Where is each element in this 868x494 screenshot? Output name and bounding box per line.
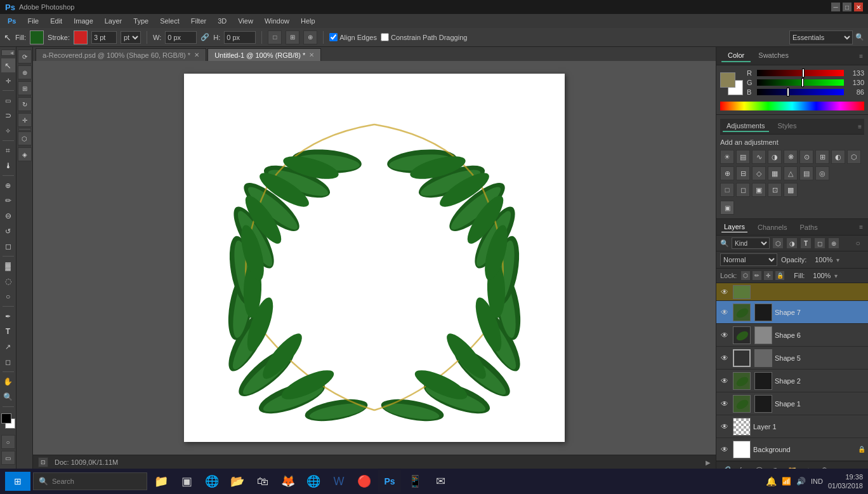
layer-item-shape7[interactable]: 👁 Shape 7 <box>716 301 868 324</box>
canvas-info-icon[interactable]: ⊡ <box>38 457 48 467</box>
3d-scale-icon[interactable]: ⊞ <box>18 81 32 95</box>
layer-item-top[interactable]: 👁 <box>716 283 868 301</box>
path-select-tool[interactable]: ↗ <box>1 340 15 354</box>
tab-paths[interactable]: Paths <box>798 222 820 232</box>
text-tool[interactable]: T <box>1 324 15 338</box>
layer-vis-shape2[interactable]: 👁 <box>719 375 730 387</box>
hsl-adj-icon[interactable]: ⊙ <box>799 150 813 164</box>
color-spectrum[interactable] <box>720 102 864 110</box>
minimize-button[interactable]: ─ <box>831 3 840 11</box>
taskbar-search[interactable]: 🔍 Search <box>33 472 147 490</box>
3d-rotate-icon[interactable]: ⟳ <box>18 50 32 63</box>
r-slider[interactable] <box>757 70 844 76</box>
exposure-adj-icon[interactable]: ◑ <box>768 150 782 164</box>
layer-vis-shape7[interactable]: 👁 <box>719 307 730 318</box>
stamp-tool[interactable]: ⊖ <box>1 209 15 223</box>
tool7-icon[interactable]: ◈ <box>18 147 32 161</box>
taskbar-edge[interactable]: 🌐 <box>201 470 223 493</box>
healing-tool[interactable]: ⊕ <box>1 178 15 192</box>
lock-position-icon[interactable]: ✏ <box>752 270 762 281</box>
blend-mode-select[interactable]: Normal <box>720 253 777 266</box>
layer-item-shape5[interactable]: 👁 Shape 5 <box>716 347 868 370</box>
toolbar-collapse[interactable]: ◄ <box>1 50 15 56</box>
taskbar-photoshop[interactable]: Ps <box>378 470 401 493</box>
screen-mode-icon[interactable]: ▭ <box>1 451 15 465</box>
eraser-tool[interactable]: ◻ <box>1 239 15 253</box>
align-edges-checkbox[interactable]: Align Edges <box>329 33 377 41</box>
menu-select[interactable]: Select <box>155 16 185 26</box>
layer-vis-shape1[interactable]: 👁 <box>719 398 730 410</box>
taskbar-store[interactable]: 🛍 <box>251 470 274 493</box>
selective-color-adj-icon[interactable]: ◎ <box>815 166 829 180</box>
history-brush-tool[interactable]: ↺ <box>1 224 15 238</box>
taskbar-volume-icon[interactable]: 🔊 <box>796 477 806 486</box>
tab-untitled[interactable]: Untitled-1 @ 100% (RGB/8) * ✕ <box>207 48 321 61</box>
brush-tool[interactable]: ✏ <box>1 194 15 208</box>
photo-filter-adj-icon[interactable]: ⬡ <box>847 150 861 164</box>
tab-layers[interactable]: Layers <box>721 222 747 232</box>
tab-channels[interactable]: Channels <box>755 222 789 232</box>
eyedropper-tool[interactable]: 🌡 <box>1 159 15 173</box>
bw-adj-icon[interactable]: ◐ <box>831 150 845 164</box>
adj-icon-10[interactable]: □ <box>720 183 734 197</box>
filter-shape-btn[interactable]: ◻ <box>814 237 825 249</box>
gradient-tool[interactable]: ▓ <box>1 259 15 273</box>
menu-type[interactable]: Type <box>128 16 154 26</box>
adj-icon-14[interactable]: ▩ <box>784 183 798 197</box>
layer-item-layer1[interactable]: 👁 Layer 1 <box>716 415 868 438</box>
menu-view[interactable]: View <box>233 16 258 26</box>
taskbar-notification-icon[interactable]: 🔔 <box>766 476 777 486</box>
hand-tool[interactable]: ✋ <box>1 375 15 389</box>
shape-tool[interactable]: ◻ <box>1 355 15 369</box>
brightness-adj-icon[interactable]: ☀ <box>720 150 734 164</box>
layer-vis-layer1[interactable]: 👁 <box>719 421 730 432</box>
b-slider[interactable] <box>757 89 844 95</box>
tab-color[interactable]: Color <box>721 50 751 62</box>
adj-icon-11[interactable]: ◻ <box>736 183 750 197</box>
fill-color[interactable] <box>30 30 44 44</box>
layer-item-shape6[interactable]: 👁 Shape 6 <box>716 324 868 347</box>
menu-image[interactable]: Image <box>69 16 98 26</box>
marquee-tool[interactable]: ▭ <box>1 93 15 107</box>
taskbar-app3[interactable]: ✉ <box>429 470 452 493</box>
color-balance-adj-icon[interactable]: ⊞ <box>815 150 829 164</box>
tool6-icon[interactable]: ⬡ <box>18 131 32 145</box>
tab-swatches[interactable]: Swatches <box>752 50 795 62</box>
menu-help[interactable]: Help <box>296 16 320 26</box>
posterize-adj-icon[interactable]: ▦ <box>768 166 782 180</box>
magic-wand-tool[interactable]: ✧ <box>1 124 15 138</box>
filter-pixel-btn[interactable]: ⬡ <box>772 237 784 249</box>
color-lookup-adj-icon[interactable]: ⊟ <box>736 166 750 180</box>
layer-item-shape2[interactable]: 👁 Shape 2 <box>716 370 868 392</box>
select-tool[interactable]: ↖ <box>1 58 15 72</box>
tab-styles[interactable]: Styles <box>774 121 801 132</box>
layer-vis-shape6[interactable]: 👁 <box>719 330 730 341</box>
invert-adj-icon[interactable]: ◇ <box>752 166 766 180</box>
levels-adj-icon[interactable]: ▤ <box>736 150 750 164</box>
taskbar-task-view[interactable]: ▣ <box>175 470 198 493</box>
color-panel-menu[interactable]: ≡ <box>859 53 863 60</box>
blur-tool[interactable]: ◌ <box>1 274 15 288</box>
adj-icon-12[interactable]: ▣ <box>752 183 766 197</box>
color-selector[interactable] <box>0 412 16 431</box>
filter-adjust-btn[interactable]: ◑ <box>786 237 798 249</box>
3d-pan-icon[interactable]: ✛ <box>18 113 32 127</box>
quick-mask-icon[interactable]: ○ <box>1 435 15 449</box>
menu-window[interactable]: Window <box>260 16 294 26</box>
maximize-button[interactable]: □ <box>843 3 852 11</box>
adj-icon-13[interactable]: ⊡ <box>768 183 782 197</box>
menu-filter[interactable]: Filter <box>186 16 211 26</box>
start-button[interactable]: ⊞ <box>5 472 30 491</box>
menu-edit[interactable]: Edit <box>45 16 67 26</box>
curves-adj-icon[interactable]: ∿ <box>752 150 766 164</box>
tab-adjustments[interactable]: Adjustments <box>723 121 769 132</box>
kind-filter-select[interactable]: Kind <box>732 237 770 249</box>
taskbar-windows-explorer[interactable]: 📂 <box>226 470 249 493</box>
zoom-tool[interactable]: 🔍 <box>1 390 15 404</box>
layer-vis-shape5[interactable]: 👁 <box>719 352 730 364</box>
menu-3d[interactable]: 3D <box>213 16 232 26</box>
layer-vis-top[interactable]: 👁 <box>719 286 730 298</box>
fg-color-box[interactable] <box>1 413 11 424</box>
layer-item-background[interactable]: 👁 Background 🔒 <box>716 438 868 461</box>
constrain-checkbox[interactable]: Constrain Path Dragging <box>381 33 467 41</box>
